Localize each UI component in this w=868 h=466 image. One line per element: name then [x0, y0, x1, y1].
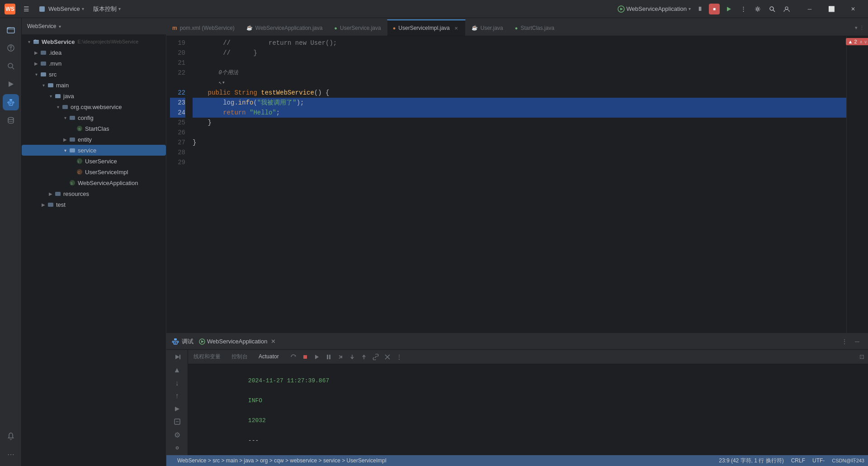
link-btn[interactable]: [370, 352, 381, 362]
tree-webserviceapp[interactable]: ▶ S WebServiceApplication: [22, 177, 166, 188]
tab-console[interactable]: 控制台: [226, 350, 253, 365]
debug-active-icon[interactable]: [3, 94, 19, 110]
svg-rect-8: [7, 28, 14, 33]
tab-more-button[interactable]: ▾ ⋮: [851, 19, 868, 36]
webservice-app-tab[interactable]: WebServiceApplication ✕: [199, 338, 276, 345]
tab-userserviceimpl[interactable]: ● UserServiceImpl.java ✕: [387, 19, 466, 36]
step-down-btn[interactable]: [347, 352, 358, 362]
tab-webserviceapp[interactable]: ☕ WebServiceApplication.java: [241, 19, 329, 36]
maximize-button[interactable]: ⬜: [821, 2, 842, 16]
pause-debug-icon[interactable]: [323, 352, 334, 362]
run-to-cursor-icon[interactable]: [169, 404, 185, 415]
line-numbers: 19 20 21 22 22 23 24 25 26 27 28 29: [166, 36, 189, 333]
bottom-header: 调试 WebServiceApplication ✕ ⋮ ─: [166, 333, 868, 350]
svg-rect-26: [70, 116, 75, 120]
tab-startclas[interactable]: ● StartClas.java: [509, 19, 560, 36]
tab-user[interactable]: ☕ User.java: [466, 19, 509, 36]
evaluate-icon[interactable]: [169, 416, 185, 428]
run-debug-icon[interactable]: [3, 76, 19, 92]
tree-userservice[interactable]: ▶ I UserService: [22, 156, 166, 166]
tab-close-userserviceimpl[interactable]: ✕: [453, 24, 460, 32]
main-container: ⋯ WebService ▾ ▾ WebService E:\ideaproje…: [0, 18, 868, 466]
step-into-icon[interactable]: ↓: [169, 377, 185, 389]
titlebar-right: WebServiceApplication ▾ ⏸ ■ ⋮: [618, 2, 863, 16]
svg-rect-23: [48, 83, 53, 87]
svg-point-4: [757, 8, 759, 10]
clear-btn[interactable]: [382, 352, 393, 362]
tree-startclas[interactable]: ▶ S StartClas: [22, 123, 166, 134]
notifications-icon[interactable]: [3, 428, 19, 444]
error-badge[interactable]: ▲2 ∧ ∨: [846, 38, 868, 45]
version-control-menu[interactable]: 版本控制 ▾: [90, 3, 124, 15]
svg-rect-29: [70, 138, 75, 142]
settings-debug-icon[interactable]: [169, 442, 185, 453]
close-button[interactable]: ✕: [843, 2, 863, 16]
svg-rect-30: [70, 148, 75, 152]
tree-service[interactable]: ▾ service: [22, 145, 166, 156]
pause-button[interactable]: ⏸: [694, 4, 705, 14]
svg-marker-13: [9, 81, 14, 87]
find-icon[interactable]: [3, 58, 19, 74]
step-out-icon[interactable]: ↑: [169, 390, 185, 402]
svg-rect-20: [41, 51, 46, 55]
tree-mvn[interactable]: ▶ .mvn: [22, 58, 166, 69]
tree-userserviceimpl[interactable]: ▶ C UserServiceImpl: [22, 166, 166, 177]
git-icon[interactable]: [3, 40, 19, 56]
more-console-btn[interactable]: ⋮: [394, 352, 405, 362]
run-button[interactable]: [723, 4, 734, 14]
tab-pom[interactable]: m pom.xml (WebService): [166, 19, 241, 36]
svg-rect-25: [62, 105, 68, 109]
svg-rect-24: [55, 94, 61, 98]
step-up-btn[interactable]: [359, 352, 369, 362]
panel-tabs: 线程和变量 控制台 Actuator: [188, 350, 868, 364]
tree-root[interactable]: ▾ WebService E:\ideaprojects\WebService: [22, 36, 166, 47]
editor-right-gutter: ▲2 ∧ ∨: [846, 36, 868, 333]
code-content[interactable]: // return new User(); // } 0个用法 ↖▾ publi…: [189, 36, 846, 333]
hamburger-menu[interactable]: ☰: [20, 4, 33, 14]
cursor-position[interactable]: 23:9 (42 字符, 1 行 换行符): [719, 457, 783, 465]
panel-minimize[interactable]: ─: [852, 336, 863, 347]
resume-debug-icon[interactable]: [311, 352, 322, 362]
tab-actuator[interactable]: Actuator: [253, 350, 284, 365]
tab-threads[interactable]: 线程和变量: [188, 350, 226, 365]
refresh-icon[interactable]: [288, 352, 299, 362]
svg-rect-22: [41, 72, 46, 76]
tree-entity[interactable]: ▶ entity: [22, 134, 166, 145]
tree-resources[interactable]: ▶ resources: [22, 188, 166, 199]
step-over-btn[interactable]: [335, 352, 346, 362]
step-over-icon[interactable]: ▲: [169, 365, 185, 376]
more-tools-icon[interactable]: ⋯: [3, 446, 19, 462]
breakpoints-icon[interactable]: ⚙: [169, 429, 185, 441]
tree-package[interactable]: ▾ org.cqw.webservice: [22, 101, 166, 112]
stop-button[interactable]: ■: [709, 4, 720, 14]
database-icon[interactable]: [3, 112, 19, 128]
charset[interactable]: UTF-: [812, 457, 825, 464]
code-editor[interactable]: 19 20 21 22 22 23 24 25 26 27 28 29: [166, 36, 846, 333]
resume-icon[interactable]: [169, 352, 185, 363]
expand-panel-btn[interactable]: ⊡: [859, 353, 864, 360]
tree-config[interactable]: ▾ config: [22, 112, 166, 123]
project-name[interactable]: WebService ▾: [35, 4, 88, 14]
line-ending[interactable]: CRLF: [791, 457, 805, 464]
user-account-button[interactable]: [781, 4, 792, 14]
more-actions-button[interactable]: ⋮: [738, 4, 749, 14]
stop-process-icon[interactable]: [300, 352, 311, 362]
tree-java[interactable]: ▾ java: [22, 90, 166, 101]
svg-text:C: C: [78, 171, 80, 174]
csdn-watermark-area: CSDN@吓243: [832, 457, 864, 464]
status-bar: WebService > src > main > java > org > c…: [166, 455, 868, 466]
titlebar: WS ☰ WebService ▾ 版本控制 ▾ WebServiceAppli…: [0, 0, 868, 18]
folder-icon[interactable]: [3, 22, 19, 38]
tab-userservice[interactable]: ● UserService.java: [328, 19, 387, 36]
svg-point-11: [8, 63, 13, 68]
tree-test[interactable]: ▶ test: [22, 199, 166, 210]
tree-idea[interactable]: ▶ .idea: [22, 47, 166, 58]
settings-toolbar-button[interactable]: [752, 4, 763, 14]
tree-main[interactable]: ▾ main: [22, 80, 166, 90]
close-debug-tab[interactable]: ✕: [271, 338, 276, 345]
search-toolbar-button[interactable]: [767, 4, 778, 14]
tree-src[interactable]: ▾ src: [22, 69, 166, 80]
panel-more-actions[interactable]: ⋮: [839, 336, 850, 347]
minimize-button[interactable]: ─: [799, 2, 820, 16]
svg-rect-0: [39, 6, 45, 12]
